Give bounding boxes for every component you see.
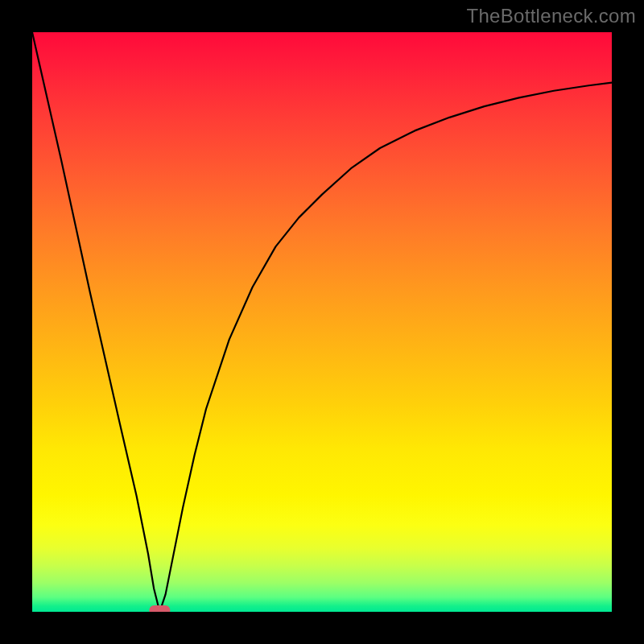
curve-layer: [32, 32, 612, 612]
watermark-text: TheBottleneck.com: [466, 5, 636, 27]
bottleneck-curve: [32, 32, 612, 612]
plot-area: [32, 32, 612, 612]
chart-frame: TheBottleneck.com: [0, 0, 644, 644]
optimal-point-marker: [149, 605, 170, 612]
